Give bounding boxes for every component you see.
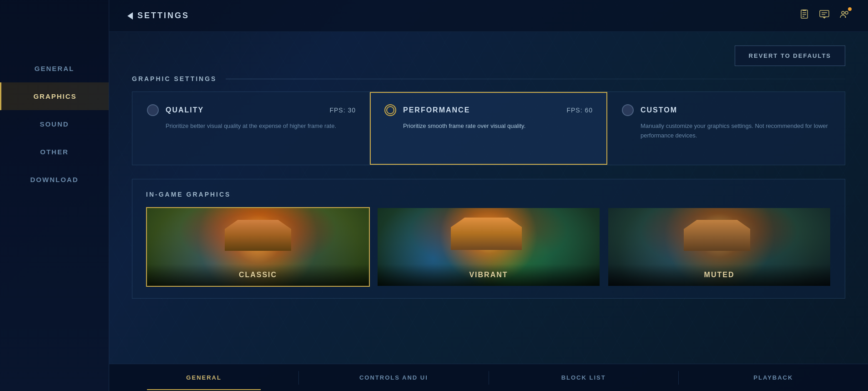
ingame-card-vibrant[interactable]: VIBRANT xyxy=(377,207,601,287)
graphic-settings-heading: GRAPHIC SETTINGS xyxy=(132,75,845,82)
header-icons xyxy=(799,9,850,23)
quality-radio-unselected xyxy=(147,104,159,116)
custom-radio-unselected xyxy=(622,104,634,116)
quality-card[interactable]: QUALITY FPS: 30 Prioritize better visual… xyxy=(132,92,370,165)
tab-playback[interactable]: PLAYBACK xyxy=(679,365,868,390)
svg-rect-0 xyxy=(801,10,807,18)
custom-card[interactable]: CUSTOM Manually customize your graphics … xyxy=(607,92,845,165)
settings-title: SETTINGS xyxy=(137,11,189,20)
sidebar-item-graphics[interactable]: GRAPHICS xyxy=(0,82,109,110)
muted-label: MUTED xyxy=(608,264,830,286)
svg-marker-8 xyxy=(823,17,826,19)
chat-icon[interactable] xyxy=(819,9,830,23)
sidebar-item-general[interactable]: GENERAL xyxy=(0,55,109,82)
tab-general[interactable]: GENERAL xyxy=(109,365,298,390)
ingame-card-muted[interactable]: MUTED xyxy=(607,207,831,287)
quality-desc: Prioritize better visual quality at the … xyxy=(147,122,356,131)
bottom-tabs: GENERAL CONTROLS AND UI BLOCK LIST PLAYB… xyxy=(109,364,868,391)
performance-fps: FPS: 60 xyxy=(566,107,593,114)
performance-title: PERFORMANCE xyxy=(403,106,470,114)
custom-title: CUSTOM xyxy=(641,106,677,114)
performance-card-header: PERFORMANCE FPS: 60 xyxy=(384,104,593,116)
quality-title: QUALITY xyxy=(166,106,204,114)
notification-dot xyxy=(848,7,852,11)
sidebar-item-download[interactable]: DOWNLOAD xyxy=(0,166,109,193)
back-chevron-icon xyxy=(127,12,133,20)
svg-rect-5 xyxy=(820,10,829,17)
svg-rect-1 xyxy=(802,10,806,11)
ingame-cards: CLASSIC VIBRANT MUTED xyxy=(146,207,831,287)
section-divider xyxy=(226,79,845,79)
revert-to-defaults-button[interactable]: REVERT TO DEFAULTS xyxy=(735,46,845,66)
classic-label: CLASSIC xyxy=(147,264,369,286)
vibrant-label: VIBRANT xyxy=(378,264,600,286)
custom-card-header: CUSTOM xyxy=(622,104,830,116)
svg-point-10 xyxy=(845,11,848,14)
tab-controls[interactable]: CONTROLS AND UI xyxy=(299,365,488,390)
header: SETTINGS xyxy=(109,0,868,32)
sidebar-nav: GENERAL GRAPHICS SOUND OTHER DOWNLOAD xyxy=(0,55,109,193)
ingame-section: IN-GAME GRAPHICS CLASSIC VIBRANT xyxy=(132,179,845,299)
profile-icon[interactable] xyxy=(839,9,850,23)
performance-radio-selected xyxy=(384,104,396,116)
graphic-settings-label: GRAPHIC SETTINGS xyxy=(132,75,217,82)
custom-desc: Manually customize your graphics setting… xyxy=(622,122,830,141)
revert-button-container: REVERT TO DEFAULTS xyxy=(132,46,845,66)
tab-blocklist[interactable]: BLOCK LIST xyxy=(489,365,678,390)
performance-card[interactable]: PERFORMANCE FPS: 60 Prioritize smooth fr… xyxy=(370,92,607,165)
main-content: REVERT TO DEFAULTS GRAPHIC SETTINGS QUAL… xyxy=(109,32,868,364)
quality-cards: QUALITY FPS: 30 Prioritize better visual… xyxy=(132,91,845,165)
back-button[interactable]: SETTINGS xyxy=(127,11,189,20)
sidebar: GENERAL GRAPHICS SOUND OTHER DOWNLOAD xyxy=(0,0,109,391)
svg-point-9 xyxy=(842,11,844,14)
sidebar-item-other[interactable]: OTHER xyxy=(0,138,109,166)
ingame-card-classic[interactable]: CLASSIC xyxy=(146,207,370,287)
sidebar-item-sound[interactable]: SOUND xyxy=(0,110,109,138)
clipboard-icon[interactable] xyxy=(799,9,810,23)
performance-desc: Prioritize smooth frame rate over visual… xyxy=(384,122,593,131)
quality-card-header: QUALITY FPS: 30 xyxy=(147,104,356,116)
quality-fps: FPS: 30 xyxy=(329,107,356,114)
ingame-heading: IN-GAME GRAPHICS xyxy=(146,191,831,198)
